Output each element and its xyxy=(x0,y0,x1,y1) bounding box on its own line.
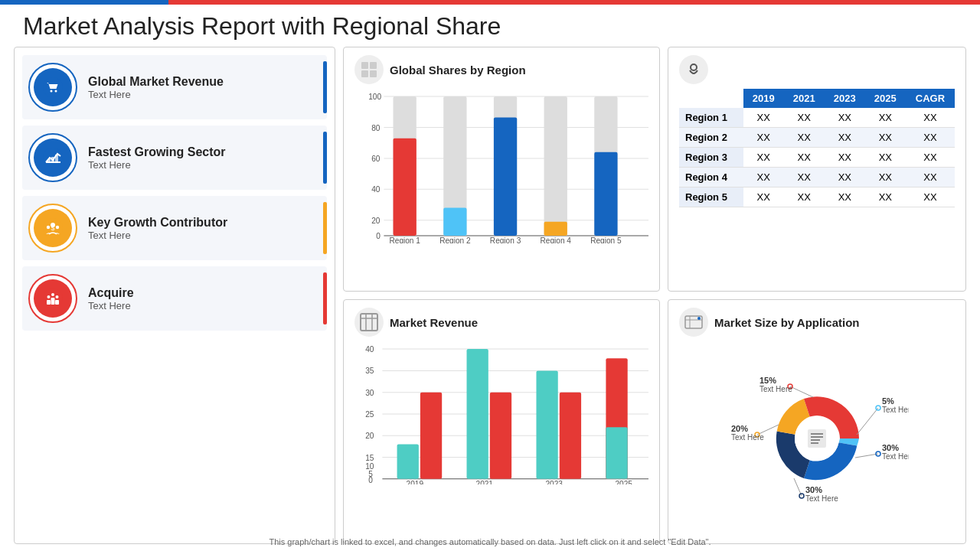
table-cell-region-name: Region 1 xyxy=(679,108,743,128)
svg-text:40: 40 xyxy=(365,345,374,354)
table-row: Region 1XXXXXXXXXX xyxy=(679,108,955,128)
table-cell-value: XX xyxy=(906,128,955,148)
svg-point-2 xyxy=(55,90,57,93)
kpi-subtitle-acquire: Text Here xyxy=(88,300,134,311)
top-bar-red xyxy=(168,0,980,5)
svg-rect-22 xyxy=(361,70,368,77)
svg-text:Region 1: Region 1 xyxy=(389,236,420,243)
kpi-subtitle-global-market-revenue: Text Here xyxy=(88,89,224,100)
svg-text:60: 60 xyxy=(371,155,381,163)
svg-rect-93 xyxy=(808,429,826,448)
svg-text:100: 100 xyxy=(368,93,381,101)
svg-rect-7 xyxy=(55,155,58,162)
table-cell-region-name: Region 4 xyxy=(679,168,743,187)
table-cell-value: XX xyxy=(743,187,784,207)
table-cell-value: XX xyxy=(825,168,865,187)
table-cell-value: XX xyxy=(865,168,906,187)
svg-point-19 xyxy=(56,295,59,298)
svg-rect-71 xyxy=(397,444,419,478)
kpi-icon-inner-orange: $ xyxy=(34,209,72,247)
table-cell-value: XX xyxy=(906,187,955,207)
svg-point-18 xyxy=(51,293,54,296)
left-panel: Global Market Revenue Text Here xyxy=(14,47,335,544)
kpi-title-key-growth-contributor: Key Growth Contributor xyxy=(88,216,227,230)
table-cell-value: XX xyxy=(865,108,906,128)
svg-point-11 xyxy=(56,226,59,229)
page-title: Market Analysis Report with Regional Sha… xyxy=(0,5,980,47)
kpi-card-acquire: Acquire Text Here xyxy=(22,266,327,331)
kpi-title-global-market-revenue: Global Market Revenue xyxy=(88,75,224,89)
svg-line-106 xyxy=(794,478,802,496)
kpi-icon-wrap-blue-2 xyxy=(28,133,77,182)
table-cell-value: XX xyxy=(743,168,784,187)
table-cell-value: XX xyxy=(743,108,784,128)
svg-text:Text Here: Text Here xyxy=(731,433,764,442)
table-cell-value: XX xyxy=(784,187,825,207)
table-header: 2019 2021 2023 2025 CAGR xyxy=(679,89,955,108)
table-cell-value: XX xyxy=(784,128,825,148)
kpi-icon-inner-blue-2 xyxy=(34,139,72,177)
svg-text:20: 20 xyxy=(371,217,381,225)
mid-panel: Global Shares by Region 100 80 60 40 20 … xyxy=(343,47,660,544)
table-cell-value: XX xyxy=(825,187,865,207)
svg-point-1 xyxy=(51,90,53,93)
market-revenue-svg: 40 35 30 25 20 15 10 5 0 201 xyxy=(354,341,648,484)
table-cell-value: XX xyxy=(743,128,784,148)
table-cell-value: XX xyxy=(906,108,955,128)
svg-text:Region 3: Region 3 xyxy=(490,236,521,243)
svg-rect-77 xyxy=(536,370,557,478)
svg-point-10 xyxy=(47,226,50,229)
svg-rect-51 xyxy=(361,314,377,331)
svg-text:$: $ xyxy=(51,224,54,232)
svg-rect-84 xyxy=(606,427,627,479)
svg-text:5%: 5% xyxy=(882,396,894,406)
svg-text:30%: 30% xyxy=(882,443,899,452)
svg-text:Region 2: Region 2 xyxy=(439,236,471,243)
footer-note: This graph/chart is linked to excel, and… xyxy=(0,537,980,546)
svg-line-114 xyxy=(790,386,813,397)
svg-rect-43 xyxy=(494,117,517,236)
svg-rect-75 xyxy=(490,393,511,479)
acquire-icon xyxy=(42,288,64,309)
svg-text:Region 5: Region 5 xyxy=(590,236,622,243)
svg-text:15: 15 xyxy=(365,454,374,462)
svg-point-91 xyxy=(697,317,701,320)
svg-rect-14 xyxy=(47,300,51,305)
kpi-card-fastest-growing-sector: Fastest Growing Sector Text Here xyxy=(22,126,327,190)
table-col-region xyxy=(679,89,743,108)
svg-line-102 xyxy=(855,454,878,458)
table-cell-value: XX xyxy=(825,128,865,148)
right-panel: 2019 2021 2023 2025 CAGR Region 1XXXXXXX… xyxy=(668,47,966,544)
kpi-subtitle-fastest-growing-sector: Text Here xyxy=(88,159,226,171)
svg-rect-49 xyxy=(594,152,617,236)
svg-text:35: 35 xyxy=(365,367,374,375)
kpi-text-global-market-revenue: Global Market Revenue Text Here xyxy=(88,75,224,100)
table-icon xyxy=(360,313,378,331)
table-cell-value: XX xyxy=(865,148,906,168)
svg-rect-78 xyxy=(560,393,581,479)
kpi-icon-wrap-red xyxy=(28,274,77,323)
table-cell-region-name: Region 3 xyxy=(679,148,743,168)
table-col-2025: 2025 xyxy=(865,89,906,108)
kpi-title-fastest-growing-sector: Fastest Growing Sector xyxy=(88,145,226,159)
svg-rect-72 xyxy=(420,393,442,479)
svg-text:40: 40 xyxy=(371,185,381,194)
svg-rect-15 xyxy=(51,298,55,305)
svg-text:Text Here: Text Here xyxy=(882,452,909,461)
svg-text:30%: 30% xyxy=(805,485,822,494)
location-icon xyxy=(684,60,704,80)
table-header-row xyxy=(679,55,955,84)
kpi-text-acquire: Acquire Text Here xyxy=(88,286,134,311)
svg-rect-23 xyxy=(370,70,377,77)
market-revenue-icon-wrap xyxy=(354,308,384,337)
table-row: Region 3XXXXXXXXXX xyxy=(679,148,955,168)
table-row: Region 2XXXXXXXXXX xyxy=(679,128,955,148)
grid-chart-icon xyxy=(360,60,378,79)
svg-text:0: 0 xyxy=(368,476,373,484)
location-icon-wrap xyxy=(679,55,708,84)
market-revenue-title-text: Market Revenue xyxy=(390,316,478,329)
table-cell-region-name: Region 5 xyxy=(679,187,743,207)
kpi-icon-wrap-orange: $ xyxy=(28,204,77,253)
global-shares-svg: 100 80 60 40 20 0 Region 1 xyxy=(354,89,648,243)
svg-rect-45 xyxy=(544,96,567,236)
